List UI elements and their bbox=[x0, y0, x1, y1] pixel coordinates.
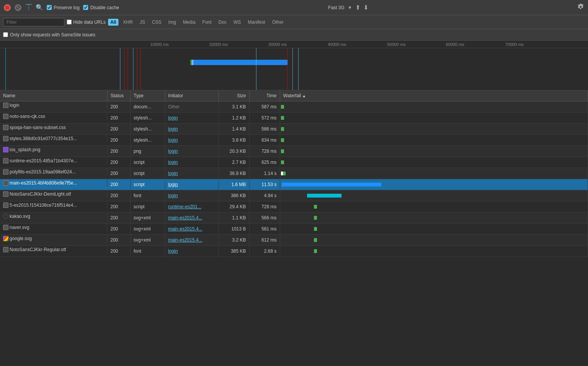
file-icon bbox=[3, 214, 8, 219]
disable-cache-label[interactable]: Disable cache bbox=[83, 5, 119, 10]
timeline-header: 10000 ms 20000 ms 30000 ms 40000 ms 5000… bbox=[0, 41, 588, 48]
table-row[interactable]: spoqa-han-sans-subset.css200stylesh...lo… bbox=[0, 123, 588, 134]
col-header-time[interactable]: Time bbox=[249, 90, 280, 101]
preserve-log-label[interactable]: Preserve log bbox=[47, 5, 79, 10]
table-row[interactable]: NotoSansCJKkr-Regular.otf200fontlogin385… bbox=[0, 245, 588, 257]
initiator-link[interactable]: main-es2015.4... bbox=[168, 215, 202, 221]
file-icon bbox=[3, 136, 8, 141]
filter-type-all[interactable]: All bbox=[108, 19, 118, 26]
col-header-waterfall[interactable]: Waterfall bbox=[280, 90, 588, 101]
col-header-name[interactable]: Name bbox=[0, 90, 107, 101]
file-icon bbox=[3, 191, 8, 197]
network-table: Name Status Type Initiator Size Time Wat… bbox=[0, 90, 588, 257]
filter-type-img[interactable]: Img bbox=[166, 19, 178, 26]
waterfall-bar bbox=[281, 172, 286, 175]
cell-size: 3.1 KB bbox=[218, 101, 249, 112]
filter-type-other[interactable]: Other bbox=[270, 19, 286, 26]
cell-name: main-es2015.4bf4b806e9e7f5e... bbox=[0, 179, 107, 187]
tick-30000: 30000 ms bbox=[268, 42, 287, 47]
table-row[interactable]: NotoSansCJKkr-DemiLight.otf200fontlogin3… bbox=[0, 190, 588, 201]
timeline-vline-6 bbox=[137, 48, 137, 90]
cell-time: 2.68 s bbox=[249, 245, 280, 257]
table-row[interactable]: google.svg200svg+xmlmain-es2015.4...3.2 … bbox=[0, 234, 588, 245]
initiator-link[interactable]: login bbox=[168, 126, 178, 132]
cell-status: 200 bbox=[107, 212, 130, 223]
tick-50000: 50000 ms bbox=[387, 42, 406, 47]
table-row[interactable]: login200docum...Other3.1 KB587 ms bbox=[0, 101, 588, 112]
initiator-link[interactable]: login bbox=[168, 149, 178, 154]
filter-icon: ⏉ bbox=[25, 4, 32, 11]
file-icon bbox=[3, 103, 8, 108]
cell-waterfall bbox=[280, 179, 588, 190]
cell-name: 5-es2015.f154108ce716f514e4... bbox=[0, 201, 107, 209]
initiator-link[interactable]: login bbox=[168, 171, 178, 176]
clear-button[interactable] bbox=[15, 4, 21, 11]
initiator-link[interactable]: main-es2015.4... bbox=[168, 226, 202, 232]
filter-type-doc[interactable]: Doc bbox=[216, 19, 229, 26]
table-row[interactable]: styles.388d0c91e0777c354e15...200stylesh… bbox=[0, 134, 588, 145]
filter-bar: Hide data URLs All XHR JS CSS Img Media … bbox=[0, 15, 588, 29]
filter-type-xhr[interactable]: XHR bbox=[121, 19, 135, 26]
filter-type-media[interactable]: Media bbox=[181, 19, 198, 26]
table-row[interactable]: polyfills-es2015.19aa098ef024...200scrip… bbox=[0, 168, 588, 179]
filter-type-css[interactable]: CSS bbox=[149, 19, 164, 26]
initiator-link[interactable]: main-es2015.4... bbox=[168, 237, 202, 243]
cell-time: 1.14 s bbox=[249, 168, 280, 179]
stop-recording-button[interactable] bbox=[4, 4, 11, 11]
initiator-link[interactable]: login bbox=[168, 160, 178, 165]
cell-status: 200 bbox=[107, 223, 130, 234]
cell-status: 200 bbox=[107, 134, 130, 145]
row-name: kakao.svg bbox=[10, 214, 30, 219]
timeline-vline-5 bbox=[133, 48, 133, 90]
settings-icon[interactable] bbox=[577, 3, 584, 11]
table-row[interactable]: kakao.svg200svg+xmlmain-es2015.4...1.1 K… bbox=[0, 212, 588, 223]
preserve-log-checkbox[interactable] bbox=[47, 5, 52, 10]
initiator-link[interactable]: login bbox=[168, 182, 178, 187]
col-header-size[interactable]: Size bbox=[218, 90, 249, 101]
table-row[interactable]: 5-es2015.f154108ce716f514e4...200scriptr… bbox=[0, 201, 588, 212]
filter-type-manifest[interactable]: Manifest bbox=[246, 19, 268, 26]
col-header-status[interactable]: Status bbox=[107, 90, 130, 101]
row-name: naver.svg bbox=[10, 225, 29, 230]
table-row[interactable]: runtime-es2015.485a71b4307e...200scriptl… bbox=[0, 157, 588, 168]
initiator-link[interactable]: login bbox=[168, 248, 178, 254]
timeline-vline-4 bbox=[128, 48, 128, 90]
cell-initiator: Other bbox=[165, 101, 218, 112]
initiator-link[interactable]: login bbox=[168, 137, 178, 143]
timeline-vline-60k-b bbox=[292, 48, 293, 90]
network-dropdown-icon[interactable]: ▼ bbox=[348, 5, 352, 10]
cell-waterfall bbox=[280, 190, 588, 201]
row-name: login bbox=[10, 103, 19, 108]
cell-initiator: main-es2015.4... bbox=[165, 212, 218, 223]
col-header-initiator[interactable]: Initiator bbox=[165, 90, 218, 101]
filter-type-js[interactable]: JS bbox=[137, 19, 147, 26]
file-icon bbox=[3, 225, 8, 230]
initiator-link[interactable]: runtime-es201... bbox=[168, 204, 202, 209]
cell-size: 1.6 MB bbox=[218, 179, 249, 190]
table-row[interactable]: ios_splash.png200pnglogin20.3 KB728 ms bbox=[0, 145, 588, 157]
cell-initiator: login bbox=[165, 134, 218, 145]
cell-type: script bbox=[130, 157, 165, 168]
disable-cache-text: Disable cache bbox=[90, 5, 119, 10]
samesite-label[interactable]: Only show requests with SameSite issues bbox=[3, 32, 95, 38]
table-row[interactable]: noto-sans-cjk.css200stylesh...login1.2 K… bbox=[0, 112, 588, 123]
initiator-link[interactable]: login bbox=[168, 193, 178, 198]
waterfall-bar bbox=[281, 116, 284, 120]
timeline-vline-60k-b2 bbox=[298, 48, 299, 90]
initiator-link[interactable]: login bbox=[168, 115, 178, 121]
hide-data-urls-checkbox[interactable] bbox=[67, 20, 72, 25]
col-header-type[interactable]: Type bbox=[130, 90, 165, 101]
filter-input[interactable] bbox=[3, 18, 64, 26]
table-row[interactable]: main-es2015.4bf4b806e9e7f5e...200scriptl… bbox=[0, 179, 588, 190]
filter-type-ws[interactable]: WS bbox=[231, 19, 243, 26]
cell-type: script bbox=[130, 179, 165, 190]
samesite-checkbox[interactable] bbox=[3, 32, 8, 37]
search-icon[interactable]: 🔍 bbox=[36, 4, 43, 11]
table-row[interactable]: naver.svg200svg+xmlmain-es2015.4...1013 … bbox=[0, 223, 588, 234]
cell-status: 200 bbox=[107, 123, 130, 134]
filter-type-font[interactable]: Font bbox=[200, 19, 214, 26]
cell-size: 386 KB bbox=[218, 190, 249, 201]
disable-cache-checkbox[interactable] bbox=[83, 5, 88, 10]
hide-data-urls-label[interactable]: Hide data URLs bbox=[67, 20, 106, 25]
cell-type: stylesh... bbox=[130, 123, 165, 134]
